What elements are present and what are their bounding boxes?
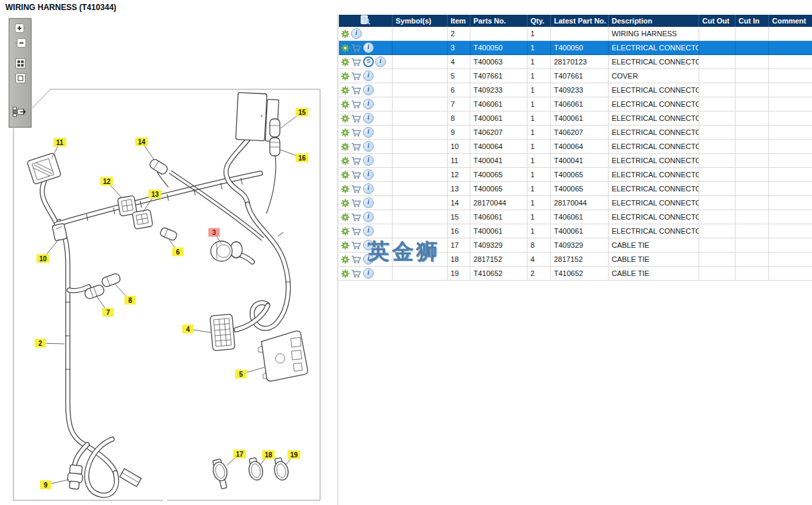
table-row-item-15[interactable]: i15T4060611T406061ELECTRICAL CONNECTOR	[339, 210, 812, 224]
gear-icon[interactable]	[341, 142, 350, 151]
callout-13[interactable]: 13	[148, 190, 161, 199]
table-row-item-3[interactable]: i3T4000501T400050ELECTRICAL CONNECTOR	[339, 41, 812, 55]
info-icon[interactable]: i	[351, 28, 362, 39]
gear-icon[interactable]	[341, 128, 350, 137]
diagram-pane[interactable]: 2345678910111213141516171819	[0, 0, 338, 505]
cart-icon[interactable]	[351, 199, 362, 208]
gear-icon[interactable]	[341, 86, 350, 95]
zoom-out-button[interactable]	[14, 38, 27, 49]
callout-6[interactable]: 6	[172, 248, 184, 257]
gear-icon[interactable]	[341, 30, 350, 38]
info-icon[interactable]: i	[363, 127, 374, 138]
col-header-latest[interactable]: Latest Part No.	[550, 15, 608, 27]
info-icon[interactable]: i	[363, 141, 374, 152]
callout-17[interactable]: 17	[233, 450, 246, 459]
col-header-cutout[interactable]: Cut Out	[699, 15, 735, 27]
cart-icon[interactable]	[351, 255, 362, 264]
info-icon[interactable]: i	[363, 99, 374, 109]
table-row-item-11[interactable]: i11T4000411T400041ELECTRICAL CONNECTOR	[339, 154, 812, 168]
callout-19[interactable]: 19	[287, 451, 300, 459]
table-row-item-5[interactable]: i5T4076611T407661COVER	[339, 69, 812, 83]
callout-7[interactable]: 7	[103, 308, 114, 317]
cart-icon[interactable]	[351, 269, 362, 278]
info-icon[interactable]: i	[363, 71, 374, 81]
cart-icon[interactable]	[351, 142, 362, 151]
callout-14[interactable]: 14	[135, 138, 148, 146]
cart-icon[interactable]	[351, 114, 362, 123]
info-icon[interactable]: i	[375, 56, 386, 67]
gear-icon[interactable]	[341, 114, 350, 123]
col-header-comment[interactable]: Comment	[768, 15, 812, 27]
table-row-item-17[interactable]: i17T4093298T409329CABLE TIE	[339, 238, 812, 252]
gear-icon[interactable]	[341, 255, 350, 264]
cart-icon[interactable]	[351, 100, 362, 109]
cart-icon[interactable]	[351, 171, 362, 179]
callout-16[interactable]: 16	[295, 154, 308, 163]
table-row-item-8[interactable]: i8T4000611T400061ELECTRICAL CONNECTOR	[339, 111, 812, 126]
s-badge-icon[interactable]: S	[363, 56, 374, 67]
gear-icon[interactable]	[341, 213, 350, 222]
fit-page-button[interactable]	[15, 73, 26, 84]
callout-18[interactable]: 18	[262, 451, 274, 459]
tile-view-button[interactable]	[15, 58, 26, 69]
callout-5[interactable]: 5	[236, 370, 247, 379]
table-row-item-7[interactable]: i7T4060611T406061ELECTRICAL CONNECTOR	[339, 97, 812, 111]
table-row-item-12[interactable]: i12T4000651T400065ELECTRICAL CONNECTOR	[339, 168, 812, 182]
callout-15[interactable]: 15	[295, 108, 308, 117]
table-row-item-10[interactable]: i10T4000641T400064ELECTRICAL CONNECTOR	[339, 140, 812, 154]
cart-icon[interactable]	[351, 44, 362, 52]
col-header-item[interactable]: Item	[447, 15, 470, 27]
table-row-item-9[interactable]: i9T4062071T406207ELECTRICAL CONNECTOR	[339, 126, 812, 140]
gear-icon[interactable]	[341, 100, 350, 109]
table-row-item-4[interactable]: Si4T400063128170123ELECTRICAL CONNECTOR	[339, 55, 812, 69]
info-icon[interactable]: i	[363, 85, 374, 95]
callout-12[interactable]: 12	[100, 177, 113, 186]
info-icon[interactable]: i	[363, 254, 374, 265]
callout-10[interactable]: 10	[36, 255, 49, 263]
pane-divider[interactable]	[338, 15, 338, 505]
zoom-in-button[interactable]	[14, 23, 27, 34]
table-row-item-13[interactable]: i13T4000651T400065ELECTRICAL CONNECTOR	[339, 182, 812, 196]
col-header-parts[interactable]: Parts No.	[470, 15, 527, 27]
cart-icon[interactable]	[351, 58, 362, 66]
callout-11[interactable]: 11	[54, 138, 66, 147]
col-header-qty[interactable]: Qty.	[527, 15, 550, 27]
cart-icon[interactable]	[351, 86, 362, 95]
info-icon[interactable]: i	[363, 42, 374, 53]
info-icon[interactable]: i	[363, 268, 374, 279]
cart-icon[interactable]	[351, 213, 362, 222]
table-row-item-19[interactable]: i19T4106522T410652CABLE TIE	[339, 267, 812, 281]
cart-icon[interactable]	[351, 156, 362, 165]
cart-icon[interactable]	[351, 241, 362, 250]
callout-3[interactable]: 3	[209, 228, 220, 237]
table-row-item-16[interactable]: i16T4000611T400061ELECTRICAL CONNECTOR	[339, 224, 812, 238]
gear-icon[interactable]	[341, 227, 350, 236]
callout-9[interactable]: 9	[40, 481, 52, 490]
info-icon[interactable]: i	[363, 197, 374, 208]
col-header-cutin[interactable]: Cut In	[735, 15, 768, 27]
table-row-item-2[interactable]: i21WIRING HARNESS	[339, 27, 812, 41]
gear-icon[interactable]	[341, 171, 350, 179]
toggle-panel-button[interactable]	[12, 105, 29, 118]
callout-2[interactable]: 2	[35, 339, 46, 348]
info-icon[interactable]: i	[363, 113, 374, 124]
info-icon[interactable]: i	[363, 212, 374, 222]
info-icon[interactable]: i	[363, 240, 374, 250]
gear-icon[interactable]	[341, 72, 350, 81]
gear-icon[interactable]	[341, 199, 350, 208]
cart-icon[interactable]	[351, 128, 362, 137]
gear-icon[interactable]	[341, 269, 350, 278]
col-header-symbols[interactable]: Symbol(s)	[392, 15, 447, 27]
info-icon[interactable]: i	[363, 169, 374, 180]
col-header-desc[interactable]: Description	[608, 15, 699, 27]
col-header-actions[interactable]	[339, 15, 392, 27]
cart-icon[interactable]	[351, 227, 362, 236]
info-icon[interactable]: i	[363, 226, 374, 236]
gear-icon[interactable]	[341, 185, 350, 193]
cart-icon[interactable]	[351, 185, 362, 193]
callout-4[interactable]: 4	[183, 325, 194, 334]
gear-icon[interactable]	[341, 156, 350, 165]
gear-icon[interactable]	[341, 241, 350, 250]
gear-icon[interactable]	[341, 58, 350, 66]
callout-8[interactable]: 8	[125, 296, 136, 305]
